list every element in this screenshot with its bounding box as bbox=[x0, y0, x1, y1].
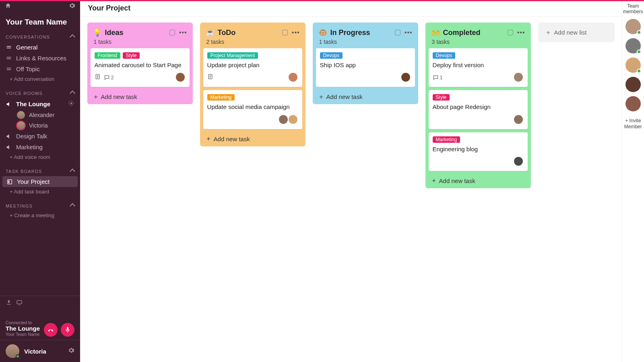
chevron-up-icon bbox=[70, 203, 75, 209]
task-card[interactable]: DevopsDeploy first version1 bbox=[429, 48, 528, 87]
list-emoji: 💡 bbox=[93, 28, 102, 37]
list-checkbox[interactable] bbox=[508, 30, 513, 35]
speaker-icon bbox=[6, 101, 12, 107]
create-meeting[interactable]: + Create a meeting bbox=[0, 211, 80, 221]
avatar[interactable] bbox=[400, 72, 411, 82]
mic-button[interactable] bbox=[61, 323, 74, 337]
list-emoji: 🐵 bbox=[318, 28, 327, 37]
member-avatar[interactable] bbox=[625, 77, 641, 92]
svg-rect-4 bbox=[7, 68, 11, 68]
user-settings-icon[interactable] bbox=[68, 347, 74, 355]
avatar[interactable] bbox=[288, 72, 298, 82]
tag[interactable]: Project Management bbox=[207, 52, 258, 59]
svg-rect-1 bbox=[7, 47, 11, 48]
list-title[interactable]: In Progress bbox=[330, 29, 370, 37]
more-icon[interactable]: ••• bbox=[292, 29, 300, 36]
team-name[interactable]: Your Team Name bbox=[0, 13, 80, 32]
chevron-up-icon bbox=[70, 90, 75, 96]
voice-user[interactable]: Victoria bbox=[11, 120, 80, 131]
hash-icon bbox=[6, 55, 12, 62]
task-card[interactable]: StyleAbout page Redesign bbox=[429, 90, 528, 129]
task-card[interactable]: Project ManagementUpdate project plan bbox=[203, 48, 302, 87]
list: 🐵In Progress•••1 tasksDevopsShip IOS app… bbox=[313, 23, 418, 104]
member-avatar[interactable] bbox=[625, 19, 641, 34]
member-avatar[interactable] bbox=[625, 38, 641, 53]
section-meetings[interactable]: MEETINGS bbox=[0, 201, 80, 211]
member-avatar[interactable] bbox=[625, 58, 641, 73]
upload-icon[interactable] bbox=[6, 299, 12, 307]
list-count: 2 tasks bbox=[203, 39, 302, 48]
tag[interactable]: Devops bbox=[433, 52, 456, 59]
conversation-item[interactable]: Off Topic bbox=[0, 64, 80, 74]
comments-icon[interactable]: 2 bbox=[104, 74, 114, 80]
list-checkbox[interactable] bbox=[169, 30, 175, 35]
conversation-item[interactable]: General bbox=[0, 42, 80, 53]
hangup-button[interactable] bbox=[44, 323, 58, 337]
add-task-button[interactable]: Add new task bbox=[316, 90, 415, 100]
speaker-icon bbox=[6, 144, 12, 150]
home-icon[interactable] bbox=[5, 2, 11, 10]
hash-icon bbox=[6, 44, 12, 51]
avatar[interactable] bbox=[513, 114, 524, 125]
list-title[interactable]: ToDo bbox=[218, 29, 236, 37]
screen-icon[interactable] bbox=[16, 299, 23, 307]
avatar[interactable] bbox=[513, 72, 524, 82]
task-card[interactable]: DevopsShip IOS app bbox=[316, 48, 415, 87]
members-title: Team members bbox=[622, 3, 644, 15]
board-icon bbox=[6, 179, 13, 185]
more-icon[interactable]: ••• bbox=[405, 29, 413, 36]
add-task-board[interactable]: + Add task board bbox=[0, 187, 80, 197]
tag[interactable]: Frontend bbox=[95, 52, 120, 59]
list-title[interactable]: Ideas bbox=[105, 29, 124, 37]
section-conversations[interactable]: CONVERSATIONS bbox=[0, 32, 80, 42]
more-icon[interactable]: ••• bbox=[517, 29, 525, 36]
avatar[interactable] bbox=[175, 72, 186, 82]
add-task-button[interactable]: Add new task bbox=[203, 132, 302, 142]
gear-icon[interactable] bbox=[68, 100, 74, 108]
invite-member[interactable]: + Invite Member bbox=[622, 118, 644, 130]
user-avatar[interactable] bbox=[6, 344, 19, 358]
voice-room-item[interactable]: The Lounge bbox=[0, 98, 80, 110]
more-icon[interactable]: ••• bbox=[179, 29, 187, 36]
avatar[interactable] bbox=[288, 114, 298, 125]
card-title: Deploy first version bbox=[433, 61, 524, 69]
card-title: Ship IOS app bbox=[320, 61, 411, 69]
voice-room-item[interactable]: Design Talk bbox=[0, 131, 80, 142]
avatar bbox=[17, 111, 25, 119]
section-boards[interactable]: TASK BOARDS bbox=[0, 167, 80, 176]
add-list-button[interactable]: Add new list bbox=[538, 23, 615, 42]
task-card[interactable]: MarketingEngineering blog bbox=[429, 132, 528, 171]
task-card[interactable]: MarketingUpdate social media campaign bbox=[203, 90, 302, 129]
tag[interactable]: Style bbox=[433, 94, 450, 101]
add-voice-room[interactable]: + Add voice room bbox=[0, 152, 80, 162]
voice-user[interactable]: Alexander bbox=[11, 110, 80, 120]
avatar[interactable] bbox=[278, 114, 289, 125]
board-item[interactable]: Your Project bbox=[2, 176, 78, 187]
list-checkbox[interactable] bbox=[395, 30, 400, 35]
member-avatar[interactable] bbox=[625, 96, 641, 111]
list-checkbox[interactable] bbox=[282, 30, 288, 35]
add-task-button[interactable]: Add new task bbox=[429, 174, 528, 184]
list-title[interactable]: Completed bbox=[443, 29, 481, 37]
gear-icon[interactable] bbox=[69, 2, 75, 10]
list-emoji: 🙌 bbox=[431, 28, 440, 37]
tag[interactable]: Style bbox=[123, 52, 140, 59]
card-title: Animated carousel to Start Page bbox=[95, 61, 186, 69]
avatar bbox=[17, 121, 25, 130]
tag[interactable]: Marketing bbox=[433, 136, 460, 143]
avatar[interactable] bbox=[513, 156, 524, 167]
list-count: 1 tasks bbox=[91, 39, 190, 48]
conversation-item[interactable]: Links & Resources bbox=[0, 53, 80, 64]
card-title: About page Redesign bbox=[433, 103, 524, 111]
description-icon bbox=[207, 74, 213, 81]
section-voice[interactable]: VOICE ROOMS bbox=[0, 88, 80, 98]
add-task-button[interactable]: Add new task bbox=[91, 90, 190, 100]
connected-label: Connected to bbox=[6, 320, 40, 325]
voice-room-item[interactable]: Marketing bbox=[0, 142, 80, 152]
svg-rect-2 bbox=[7, 57, 11, 57]
tag[interactable]: Devops bbox=[320, 52, 343, 59]
comments-icon[interactable]: 1 bbox=[433, 74, 443, 80]
tag[interactable]: Marketing bbox=[207, 94, 235, 101]
task-card[interactable]: FrontendStyleAnimated carousel to Start … bbox=[91, 48, 190, 87]
add-conversation[interactable]: + Add conversation bbox=[0, 74, 80, 84]
